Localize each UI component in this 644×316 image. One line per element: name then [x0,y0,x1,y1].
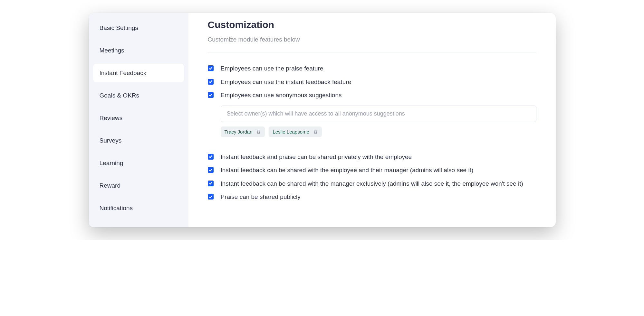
option-group-1: Employees can use the praise feature Emp… [208,64,536,100]
owner-chip-delete[interactable] [256,129,261,134]
owner-chip-name: Tracy Jordan [225,129,253,135]
option-anonymous-suggestions: Employees can use anonymous suggestions [208,91,536,100]
option-label: Instant feedback and praise can be share… [221,153,536,162]
check-icon [208,66,213,70]
page-title: Customization [208,19,536,30]
owner-input-wrapper [221,106,536,122]
trash-icon [313,129,318,134]
sidebar-item-basic-settings[interactable]: Basic Settings [93,19,184,37]
option-share-employee-manager: Instant feedback can be shared with the … [208,166,536,175]
check-icon [208,181,213,185]
sidebar-item-reviews[interactable]: Reviews [93,109,184,127]
option-label: Employees can use the praise feature [221,64,323,73]
option-label: Employees can use the instant feedback f… [221,78,351,87]
settings-window: Basic Settings Meetings Instant Feedback… [89,13,556,227]
option-label: Employees can use anonymous suggestions [221,91,342,100]
checkbox-share-manager-only[interactable] [208,181,214,186]
owner-chip: Leslie Leapsome [269,126,322,137]
sidebar-item-notifications[interactable]: Notifications [93,199,184,218]
option-label: Praise can be shared publicly [221,192,536,201]
check-icon [208,154,213,159]
checkbox-instant-feedback-feature[interactable] [208,79,214,85]
sidebar: Basic Settings Meetings Instant Feedback… [89,13,188,227]
option-group-2: Instant feedback and praise can be share… [208,153,536,201]
owner-chips: Tracy Jordan Leslie Leapsome [221,126,536,137]
check-icon [208,168,213,172]
sidebar-item-reward[interactable]: Reward [93,176,184,195]
checkbox-share-private[interactable] [208,154,214,160]
owner-input[interactable] [221,106,536,122]
check-icon [208,79,213,84]
sidebar-item-surveys[interactable]: Surveys [93,131,184,150]
owner-chip-delete[interactable] [313,129,318,134]
sidebar-item-meetings[interactable]: Meetings [93,41,184,60]
check-icon [208,93,213,97]
checkbox-praise-public[interactable] [208,194,214,200]
sidebar-item-learning[interactable]: Learning [93,154,184,172]
checkbox-anonymous-suggestions[interactable] [208,92,214,98]
owner-chip-name: Leslie Leapsome [273,129,309,135]
checkbox-praise-feature[interactable] [208,65,214,71]
option-praise-feature: Employees can use the praise feature [208,64,536,73]
owner-chip: Tracy Jordan [221,126,265,137]
check-icon [208,195,213,199]
option-label: Instant feedback can be shared with the … [221,166,536,175]
page-subtitle: Customize module features below [208,36,536,52]
trash-icon [256,129,261,134]
option-label: Instant feedback can be shared with the … [221,179,536,188]
checkbox-share-employee-manager[interactable] [208,167,214,173]
sidebar-item-instant-feedback[interactable]: Instant Feedback [93,64,184,82]
main-content: Customization Customize module features … [188,13,556,227]
option-praise-public: Praise can be shared publicly [208,192,536,201]
option-instant-feedback-feature: Employees can use the instant feedback f… [208,78,536,87]
option-share-manager-only: Instant feedback can be shared with the … [208,179,536,188]
option-share-private: Instant feedback and praise can be share… [208,153,536,162]
sidebar-item-goals-okrs[interactable]: Goals & OKRs [93,86,184,105]
